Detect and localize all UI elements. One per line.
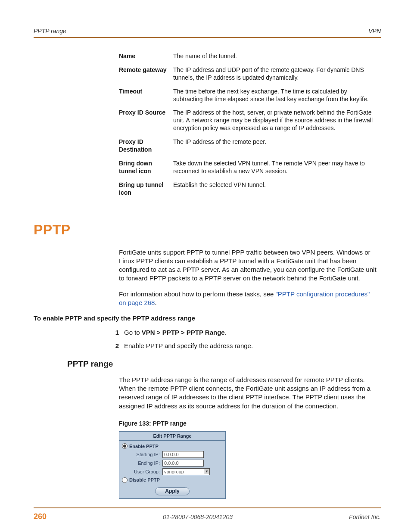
field-row-user-group: User Group: vpngroup ▼	[122, 467, 223, 476]
chevron-down-icon[interactable]: ▼	[204, 469, 209, 474]
step-text-bold: VPN > PPTP > PPTP Range	[142, 329, 225, 336]
def-row: Timeout The time before the next key exc…	[119, 88, 377, 103]
def-row: Remote gateway The IP address and UDP po…	[119, 66, 377, 82]
def-desc: The IP address and UDP port of the remot…	[173, 66, 377, 82]
radio-icon[interactable]	[122, 477, 128, 483]
user-group-select[interactable]: vpngroup ▼	[162, 468, 210, 475]
paragraph-intro: FortiGate units support PPTP to tunnel P…	[119, 248, 377, 283]
header-rule	[34, 37, 381, 38]
def-row: Bring up tunnel icon Establish the selec…	[119, 181, 377, 197]
def-row: Bring down tunnel icon Take down the sel…	[119, 160, 377, 175]
section-heading-pptp: PPTP	[34, 221, 381, 239]
radio-icon[interactable]	[122, 443, 128, 449]
step-item: 1 Go to VPN > PPTP > PPTP Range.	[103, 328, 378, 336]
figure-caption: Figure 133: PPTP range	[119, 420, 381, 428]
panel-title: Edit PPTP Range	[119, 432, 225, 441]
def-term: Timeout	[119, 88, 173, 103]
starting-ip-input[interactable]: 0.0.0.0	[162, 451, 204, 458]
def-row: Proxy ID Destination The IP address of t…	[119, 138, 377, 154]
panel-footer: Apply	[119, 485, 225, 498]
def-desc: Establish the selected VPN tunnel.	[173, 181, 377, 197]
page-number: 260	[34, 512, 47, 522]
def-row: Name The name of the tunnel.	[119, 53, 377, 60]
step-text: Enable PPTP and specify the address rang…	[124, 342, 378, 350]
def-term: Bring down tunnel icon	[119, 160, 173, 175]
def-desc: The time before the next key exchange. T…	[173, 88, 377, 103]
step-text-pre: Go to	[124, 329, 142, 336]
def-term: Proxy ID Source	[119, 109, 173, 132]
field-row-ending-ip: Ending IP: 0.0.0.0	[122, 459, 223, 467]
def-term: Proxy ID Destination	[119, 138, 173, 154]
user-group-label: User Group:	[122, 469, 162, 475]
company-name: Fortinet Inc.	[349, 513, 381, 521]
def-term: Remote gateway	[119, 66, 173, 82]
def-desc: The name of the tunnel.	[173, 53, 377, 60]
xref-tail: .	[155, 299, 156, 306]
starting-ip-label: Starting IP:	[122, 451, 162, 457]
running-header-right: VPN	[368, 28, 381, 35]
step-item: 2 Enable PPTP and specify the address ra…	[103, 342, 378, 350]
def-term: Bring up tunnel icon	[119, 181, 173, 197]
option-enable-label: Enable PPTP	[129, 443, 159, 449]
def-desc: The IP address of the host, server, or p…	[173, 109, 377, 132]
def-desc: Take down the selected VPN tunnel. The r…	[173, 160, 377, 175]
option-disable-label: Disable PPTP	[129, 477, 160, 483]
def-term: Name	[119, 53, 173, 60]
panel-body: Enable PPTP Starting IP: 0.0.0.0 Ending …	[119, 441, 225, 485]
definitions-table: Name The name of the tunnel. Remote gate…	[119, 53, 377, 197]
option-disable-pptp[interactable]: Disable PPTP	[122, 476, 223, 484]
def-desc: The IP address of the remote peer.	[173, 138, 377, 154]
page-footer: 260 01-28007-0068-20041203 Fortinet Inc.	[34, 512, 381, 522]
numbered-steps: 1 Go to VPN > PPTP > PPTP Range. 2 Enabl…	[103, 328, 378, 350]
step-number: 2	[103, 342, 124, 350]
option-enable-pptp[interactable]: Enable PPTP	[122, 442, 223, 450]
subsection-heading-pptp-range: PPTP range	[67, 359, 381, 369]
edit-pptp-range-panel: Edit PPTP Range Enable PPTP Starting IP:…	[119, 431, 226, 499]
paragraph-range: The PPTP address range is the range of a…	[119, 376, 377, 411]
step-text: Go to VPN > PPTP > PPTP Range.	[124, 328, 378, 336]
task-heading: To enable PPTP and specify the PPTP addr…	[34, 314, 292, 322]
running-header-left: PPTP range	[34, 28, 66, 35]
ending-ip-input[interactable]: 0.0.0.0	[162, 460, 204, 467]
paragraph-xref: For information about how to perform the…	[119, 290, 377, 308]
step-text-pre: Enable PPTP and specify the address rang…	[124, 342, 253, 349]
apply-button[interactable]: Apply	[155, 487, 189, 495]
xref-lead: For information about how to perform the…	[119, 290, 276, 298]
user-group-value: vpngroup	[164, 469, 184, 475]
def-row: Proxy ID Source The IP address of the ho…	[119, 109, 377, 132]
step-text-post: .	[225, 329, 227, 336]
doc-id: 01-28007-0068-20041203	[163, 513, 233, 521]
field-row-starting-ip: Starting IP: 0.0.0.0	[122, 450, 223, 459]
ending-ip-label: Ending IP:	[122, 460, 162, 466]
running-header: PPTP range VPN	[34, 28, 381, 35]
step-number: 1	[103, 328, 124, 336]
footer-rule	[34, 507, 381, 508]
